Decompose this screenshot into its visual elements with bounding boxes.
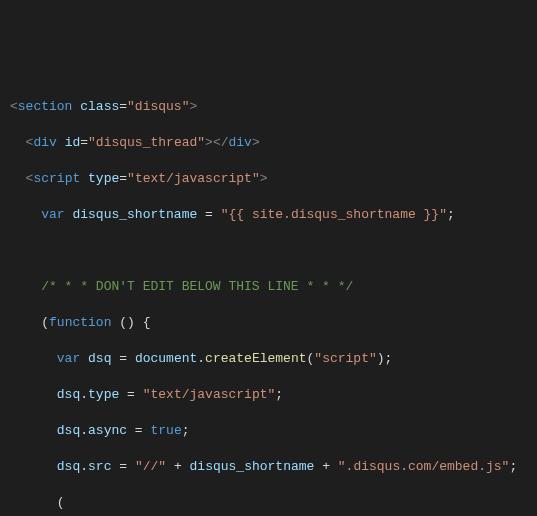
code-line: dsq.src = "//" + disqus_shortname + ".di… — [10, 458, 527, 476]
code-line: (function () { — [10, 314, 527, 332]
code-line: dsq.async = true; — [10, 422, 527, 440]
code-line: var disqus_shortname = "{{ site.disqus_s… — [10, 206, 527, 224]
code-line: ( — [10, 494, 527, 512]
code-line: <script type="text/javascript"> — [10, 170, 527, 188]
code-line — [10, 242, 527, 260]
code-line: <section class="disqus"> — [10, 98, 527, 116]
code-line: dsq.type = "text/javascript"; — [10, 386, 527, 404]
code-line: var dsq = document.createElement("script… — [10, 350, 527, 368]
code-line: /* * * DON'T EDIT BELOW THIS LINE * * */ — [10, 278, 527, 296]
code-line: <div id="disqus_thread"></div> — [10, 134, 527, 152]
code-editor[interactable]: <section class="disqus"> <div id="disqus… — [10, 80, 527, 516]
